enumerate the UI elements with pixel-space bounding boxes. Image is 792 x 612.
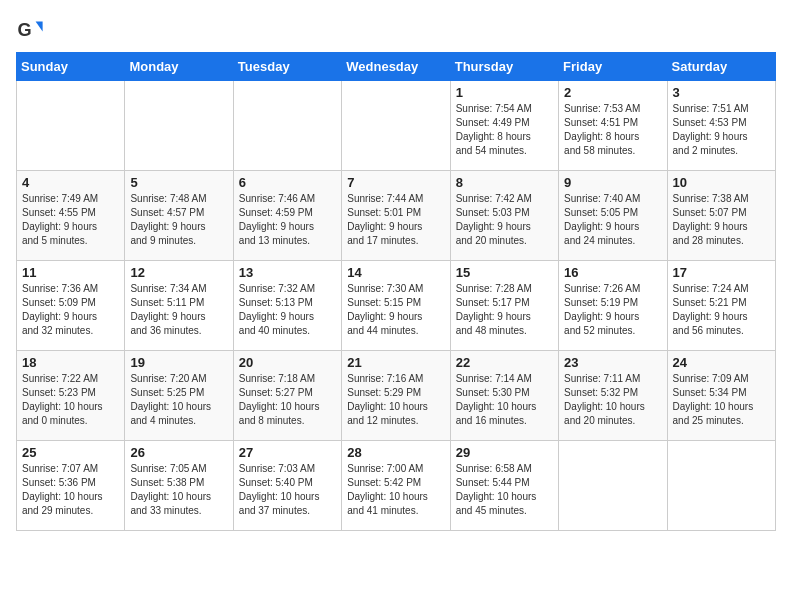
day-number: 19: [130, 355, 227, 370]
day-info: Sunrise: 7:28 AMSunset: 5:17 PMDaylight:…: [456, 282, 553, 338]
day-number: 28: [347, 445, 444, 460]
day-number: 24: [673, 355, 770, 370]
day-info: Sunrise: 7:18 AMSunset: 5:27 PMDaylight:…: [239, 372, 336, 428]
day-number: 17: [673, 265, 770, 280]
column-header-saturday: Saturday: [667, 53, 775, 81]
calendar-cell: 25Sunrise: 7:07 AMSunset: 5:36 PMDayligh…: [17, 441, 125, 531]
calendar-week-4: 18Sunrise: 7:22 AMSunset: 5:23 PMDayligh…: [17, 351, 776, 441]
day-number: 1: [456, 85, 553, 100]
day-number: 7: [347, 175, 444, 190]
column-header-tuesday: Tuesday: [233, 53, 341, 81]
day-info: Sunrise: 7:07 AMSunset: 5:36 PMDaylight:…: [22, 462, 119, 518]
day-number: 10: [673, 175, 770, 190]
day-info: Sunrise: 7:40 AMSunset: 5:05 PMDaylight:…: [564, 192, 661, 248]
column-header-monday: Monday: [125, 53, 233, 81]
day-info: Sunrise: 7:22 AMSunset: 5:23 PMDaylight:…: [22, 372, 119, 428]
day-info: Sunrise: 7:38 AMSunset: 5:07 PMDaylight:…: [673, 192, 770, 248]
day-number: 22: [456, 355, 553, 370]
day-info: Sunrise: 7:05 AMSunset: 5:38 PMDaylight:…: [130, 462, 227, 518]
day-number: 5: [130, 175, 227, 190]
calendar-cell: 16Sunrise: 7:26 AMSunset: 5:19 PMDayligh…: [559, 261, 667, 351]
calendar-cell: 21Sunrise: 7:16 AMSunset: 5:29 PMDayligh…: [342, 351, 450, 441]
calendar-cell: [233, 81, 341, 171]
day-number: 25: [22, 445, 119, 460]
day-number: 21: [347, 355, 444, 370]
day-info: Sunrise: 7:11 AMSunset: 5:32 PMDaylight:…: [564, 372, 661, 428]
day-info: Sunrise: 7:53 AMSunset: 4:51 PMDaylight:…: [564, 102, 661, 158]
day-number: 8: [456, 175, 553, 190]
day-number: 9: [564, 175, 661, 190]
day-info: Sunrise: 7:54 AMSunset: 4:49 PMDaylight:…: [456, 102, 553, 158]
day-info: Sunrise: 7:46 AMSunset: 4:59 PMDaylight:…: [239, 192, 336, 248]
calendar-cell: 11Sunrise: 7:36 AMSunset: 5:09 PMDayligh…: [17, 261, 125, 351]
day-number: 11: [22, 265, 119, 280]
day-number: 26: [130, 445, 227, 460]
calendar-cell: 6Sunrise: 7:46 AMSunset: 4:59 PMDaylight…: [233, 171, 341, 261]
day-number: 2: [564, 85, 661, 100]
calendar-cell: 27Sunrise: 7:03 AMSunset: 5:40 PMDayligh…: [233, 441, 341, 531]
day-info: Sunrise: 7:48 AMSunset: 4:57 PMDaylight:…: [130, 192, 227, 248]
calendar-cell: 15Sunrise: 7:28 AMSunset: 5:17 PMDayligh…: [450, 261, 558, 351]
calendar-cell: 1Sunrise: 7:54 AMSunset: 4:49 PMDaylight…: [450, 81, 558, 171]
calendar-week-5: 25Sunrise: 7:07 AMSunset: 5:36 PMDayligh…: [17, 441, 776, 531]
day-info: Sunrise: 7:36 AMSunset: 5:09 PMDaylight:…: [22, 282, 119, 338]
calendar-cell: 2Sunrise: 7:53 AMSunset: 4:51 PMDaylight…: [559, 81, 667, 171]
column-header-thursday: Thursday: [450, 53, 558, 81]
day-info: Sunrise: 7:03 AMSunset: 5:40 PMDaylight:…: [239, 462, 336, 518]
calendar-cell: [559, 441, 667, 531]
calendar-cell: 24Sunrise: 7:09 AMSunset: 5:34 PMDayligh…: [667, 351, 775, 441]
calendar-cell: 18Sunrise: 7:22 AMSunset: 5:23 PMDayligh…: [17, 351, 125, 441]
day-number: 14: [347, 265, 444, 280]
day-info: Sunrise: 7:09 AMSunset: 5:34 PMDaylight:…: [673, 372, 770, 428]
calendar-cell: 3Sunrise: 7:51 AMSunset: 4:53 PMDaylight…: [667, 81, 775, 171]
day-number: 27: [239, 445, 336, 460]
calendar-cell: 4Sunrise: 7:49 AMSunset: 4:55 PMDaylight…: [17, 171, 125, 261]
day-info: Sunrise: 7:30 AMSunset: 5:15 PMDaylight:…: [347, 282, 444, 338]
calendar-cell: [667, 441, 775, 531]
day-info: Sunrise: 7:49 AMSunset: 4:55 PMDaylight:…: [22, 192, 119, 248]
column-header-sunday: Sunday: [17, 53, 125, 81]
calendar-table: SundayMondayTuesdayWednesdayThursdayFrid…: [16, 52, 776, 531]
day-number: 6: [239, 175, 336, 190]
calendar-cell: 12Sunrise: 7:34 AMSunset: 5:11 PMDayligh…: [125, 261, 233, 351]
calendar-cell: 20Sunrise: 7:18 AMSunset: 5:27 PMDayligh…: [233, 351, 341, 441]
day-info: Sunrise: 7:16 AMSunset: 5:29 PMDaylight:…: [347, 372, 444, 428]
day-number: 23: [564, 355, 661, 370]
calendar-week-1: 1Sunrise: 7:54 AMSunset: 4:49 PMDaylight…: [17, 81, 776, 171]
calendar-cell: 7Sunrise: 7:44 AMSunset: 5:01 PMDaylight…: [342, 171, 450, 261]
calendar-cell: [342, 81, 450, 171]
day-number: 29: [456, 445, 553, 460]
logo: G: [16, 16, 46, 44]
svg-text:G: G: [17, 20, 31, 40]
day-info: Sunrise: 7:42 AMSunset: 5:03 PMDaylight:…: [456, 192, 553, 248]
column-header-wednesday: Wednesday: [342, 53, 450, 81]
calendar-cell: [125, 81, 233, 171]
calendar-cell: 5Sunrise: 7:48 AMSunset: 4:57 PMDaylight…: [125, 171, 233, 261]
day-info: Sunrise: 7:14 AMSunset: 5:30 PMDaylight:…: [456, 372, 553, 428]
calendar-cell: 29Sunrise: 6:58 AMSunset: 5:44 PMDayligh…: [450, 441, 558, 531]
day-info: Sunrise: 7:44 AMSunset: 5:01 PMDaylight:…: [347, 192, 444, 248]
day-info: Sunrise: 7:34 AMSunset: 5:11 PMDaylight:…: [130, 282, 227, 338]
calendar-cell: 9Sunrise: 7:40 AMSunset: 5:05 PMDaylight…: [559, 171, 667, 261]
calendar-cell: 13Sunrise: 7:32 AMSunset: 5:13 PMDayligh…: [233, 261, 341, 351]
calendar-cell: 10Sunrise: 7:38 AMSunset: 5:07 PMDayligh…: [667, 171, 775, 261]
calendar-cell: 17Sunrise: 7:24 AMSunset: 5:21 PMDayligh…: [667, 261, 775, 351]
calendar-cell: 8Sunrise: 7:42 AMSunset: 5:03 PMDaylight…: [450, 171, 558, 261]
day-number: 16: [564, 265, 661, 280]
day-info: Sunrise: 7:24 AMSunset: 5:21 PMDaylight:…: [673, 282, 770, 338]
day-number: 12: [130, 265, 227, 280]
day-info: Sunrise: 7:51 AMSunset: 4:53 PMDaylight:…: [673, 102, 770, 158]
day-info: Sunrise: 6:58 AMSunset: 5:44 PMDaylight:…: [456, 462, 553, 518]
calendar-cell: 14Sunrise: 7:30 AMSunset: 5:15 PMDayligh…: [342, 261, 450, 351]
day-number: 18: [22, 355, 119, 370]
day-number: 20: [239, 355, 336, 370]
calendar-cell: 19Sunrise: 7:20 AMSunset: 5:25 PMDayligh…: [125, 351, 233, 441]
column-header-friday: Friday: [559, 53, 667, 81]
calendar-week-3: 11Sunrise: 7:36 AMSunset: 5:09 PMDayligh…: [17, 261, 776, 351]
calendar-cell: 22Sunrise: 7:14 AMSunset: 5:30 PMDayligh…: [450, 351, 558, 441]
svg-marker-1: [36, 22, 43, 32]
day-number: 13: [239, 265, 336, 280]
calendar-week-2: 4Sunrise: 7:49 AMSunset: 4:55 PMDaylight…: [17, 171, 776, 261]
header: G: [16, 16, 776, 44]
day-info: Sunrise: 7:32 AMSunset: 5:13 PMDaylight:…: [239, 282, 336, 338]
